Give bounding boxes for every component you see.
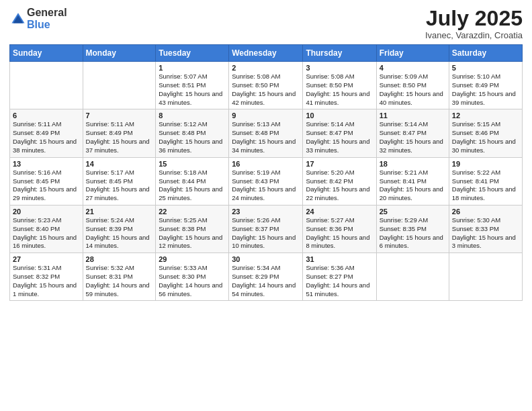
day-number: 25 — [380, 208, 446, 216]
calendar-week-row: 20Sunrise: 5:23 AMSunset: 8:40 PMDayligh… — [10, 205, 523, 253]
header: General Blue July 2025 Ivanec, Varazdin,… — [9, 7, 523, 40]
logo-blue: Blue — [27, 19, 50, 30]
col-wednesday: Wednesday — [229, 45, 303, 62]
table-row: 14Sunrise: 5:17 AMSunset: 8:45 PMDayligh… — [83, 157, 156, 205]
day-number: 12 — [452, 111, 519, 120]
table-row: 27Sunrise: 5:31 AMSunset: 8:32 PMDayligh… — [10, 253, 83, 301]
day-number: 29 — [159, 255, 226, 263]
logo: General Blue — [9, 7, 67, 31]
table-row: 21Sunrise: 5:24 AMSunset: 8:39 PMDayligh… — [83, 205, 156, 253]
day-number: 11 — [380, 111, 446, 120]
day-number: 10 — [306, 111, 373, 120]
day-info: Sunrise: 5:19 AMSunset: 8:43 PMDaylight:… — [232, 169, 300, 203]
day-info: Sunrise: 5:26 AMSunset: 8:37 PMDaylight:… — [232, 216, 300, 250]
table-row: 20Sunrise: 5:23 AMSunset: 8:40 PMDayligh… — [10, 205, 83, 253]
table-row: 12Sunrise: 5:15 AMSunset: 8:46 PMDayligh… — [449, 109, 522, 157]
table-row: 9Sunrise: 5:13 AMSunset: 8:48 PMDaylight… — [229, 109, 303, 157]
day-info: Sunrise: 5:27 AMSunset: 8:36 PMDaylight:… — [306, 216, 373, 250]
table-row: 3Sunrise: 5:08 AMSunset: 8:50 PMDaylight… — [303, 62, 376, 109]
table-row: 4Sunrise: 5:09 AMSunset: 8:50 PMDaylight… — [376, 62, 449, 109]
table-row: 5Sunrise: 5:10 AMSunset: 8:49 PMDaylight… — [449, 62, 522, 109]
col-friday: Friday — [376, 45, 449, 62]
day-info: Sunrise: 5:25 AMSunset: 8:38 PMDaylight:… — [159, 216, 226, 250]
day-number: 2 — [232, 64, 300, 72]
day-number: 31 — [306, 255, 373, 263]
table-row: 16Sunrise: 5:19 AMSunset: 8:43 PMDayligh… — [229, 157, 303, 205]
main-title: July 2025 — [425, 7, 523, 30]
col-monday: Monday — [83, 45, 156, 62]
day-number: 27 — [13, 255, 80, 263]
day-number: 15 — [159, 160, 226, 168]
day-number: 20 — [13, 208, 80, 216]
day-info: Sunrise: 5:17 AMSunset: 8:45 PMDaylight:… — [86, 169, 153, 203]
table-row: 23Sunrise: 5:26 AMSunset: 8:37 PMDayligh… — [229, 205, 303, 253]
day-info: Sunrise: 5:14 AMSunset: 8:47 PMDaylight:… — [306, 120, 373, 154]
day-number: 30 — [232, 255, 300, 263]
day-number: 5 — [452, 64, 519, 72]
day-info: Sunrise: 5:18 AMSunset: 8:44 PMDaylight:… — [159, 169, 226, 203]
day-number: 13 — [13, 160, 80, 168]
day-number: 4 — [380, 64, 446, 72]
day-info: Sunrise: 5:14 AMSunset: 8:47 PMDaylight:… — [380, 120, 446, 154]
day-info: Sunrise: 5:24 AMSunset: 8:39 PMDaylight:… — [86, 216, 153, 250]
col-saturday: Saturday — [449, 45, 522, 62]
table-row: 25Sunrise: 5:29 AMSunset: 8:35 PMDayligh… — [376, 205, 449, 253]
table-row: 24Sunrise: 5:27 AMSunset: 8:36 PMDayligh… — [303, 205, 376, 253]
table-row: 19Sunrise: 5:22 AMSunset: 8:41 PMDayligh… — [449, 157, 522, 205]
day-number: 1 — [159, 64, 226, 72]
table-row: 2Sunrise: 5:08 AMSunset: 8:50 PMDaylight… — [229, 62, 303, 109]
day-info: Sunrise: 5:31 AMSunset: 8:32 PMDaylight:… — [13, 264, 80, 298]
table-row: 29Sunrise: 5:33 AMSunset: 8:30 PMDayligh… — [156, 253, 229, 301]
table-row: 28Sunrise: 5:32 AMSunset: 8:31 PMDayligh… — [83, 253, 156, 301]
day-number: 21 — [86, 208, 153, 216]
day-number: 23 — [232, 208, 300, 216]
table-row: 15Sunrise: 5:18 AMSunset: 8:44 PMDayligh… — [156, 157, 229, 205]
day-number: 3 — [306, 64, 373, 72]
title-block: July 2025 Ivanec, Varazdin, Croatia — [425, 7, 523, 40]
day-info: Sunrise: 5:08 AMSunset: 8:50 PMDaylight:… — [306, 73, 373, 107]
day-info: Sunrise: 5:32 AMSunset: 8:31 PMDaylight:… — [86, 264, 153, 298]
day-info: Sunrise: 5:12 AMSunset: 8:48 PMDaylight:… — [159, 120, 226, 154]
day-info: Sunrise: 5:29 AMSunset: 8:35 PMDaylight:… — [380, 216, 446, 250]
table-row: 8Sunrise: 5:12 AMSunset: 8:48 PMDaylight… — [156, 109, 229, 157]
day-number: 16 — [232, 160, 300, 168]
day-info: Sunrise: 5:16 AMSunset: 8:45 PMDaylight:… — [13, 169, 80, 203]
table-row — [449, 253, 522, 301]
day-info: Sunrise: 5:15 AMSunset: 8:46 PMDaylight:… — [452, 120, 519, 154]
calendar-week-row: 27Sunrise: 5:31 AMSunset: 8:32 PMDayligh… — [10, 253, 523, 301]
day-number: 26 — [452, 208, 519, 216]
table-row: 7Sunrise: 5:11 AMSunset: 8:49 PMDaylight… — [83, 109, 156, 157]
day-info: Sunrise: 5:22 AMSunset: 8:41 PMDaylight:… — [452, 169, 519, 203]
day-number: 22 — [159, 208, 226, 216]
day-info: Sunrise: 5:30 AMSunset: 8:33 PMDaylight:… — [452, 216, 519, 250]
day-number: 17 — [306, 160, 373, 168]
day-info: Sunrise: 5:09 AMSunset: 8:50 PMDaylight:… — [380, 73, 446, 107]
calendar-week-row: 6Sunrise: 5:11 AMSunset: 8:49 PMDaylight… — [10, 109, 523, 157]
table-row — [10, 62, 83, 109]
calendar-week-row: 13Sunrise: 5:16 AMSunset: 8:45 PMDayligh… — [10, 157, 523, 205]
day-number: 14 — [86, 160, 153, 168]
day-info: Sunrise: 5:21 AMSunset: 8:41 PMDaylight:… — [380, 169, 446, 203]
day-number: 8 — [159, 111, 226, 120]
table-row: 30Sunrise: 5:34 AMSunset: 8:29 PMDayligh… — [229, 253, 303, 301]
day-info: Sunrise: 5:34 AMSunset: 8:29 PMDaylight:… — [232, 264, 300, 298]
day-number: 9 — [232, 111, 300, 120]
day-info: Sunrise: 5:11 AMSunset: 8:49 PMDaylight:… — [13, 120, 80, 154]
day-info: Sunrise: 5:23 AMSunset: 8:40 PMDaylight:… — [13, 216, 80, 250]
table-row: 31Sunrise: 5:36 AMSunset: 8:27 PMDayligh… — [303, 253, 376, 301]
col-thursday: Thursday — [303, 45, 376, 62]
day-info: Sunrise: 5:11 AMSunset: 8:49 PMDaylight:… — [86, 120, 153, 154]
table-row: 6Sunrise: 5:11 AMSunset: 8:49 PMDaylight… — [10, 109, 83, 157]
table-row: 18Sunrise: 5:21 AMSunset: 8:41 PMDayligh… — [376, 157, 449, 205]
day-number: 28 — [86, 255, 153, 263]
day-number: 24 — [306, 208, 373, 216]
table-row: 26Sunrise: 5:30 AMSunset: 8:33 PMDayligh… — [449, 205, 522, 253]
day-info: Sunrise: 5:08 AMSunset: 8:50 PMDaylight:… — [232, 73, 300, 107]
calendar-table: Sunday Monday Tuesday Wednesday Thursday… — [9, 44, 523, 301]
day-number: 18 — [380, 160, 446, 168]
day-info: Sunrise: 5:20 AMSunset: 8:42 PMDaylight:… — [306, 169, 373, 203]
table-row: 22Sunrise: 5:25 AMSunset: 8:38 PMDayligh… — [156, 205, 229, 253]
day-info: Sunrise: 5:13 AMSunset: 8:48 PMDaylight:… — [232, 120, 300, 154]
col-sunday: Sunday — [10, 45, 83, 62]
day-number: 6 — [13, 111, 80, 120]
